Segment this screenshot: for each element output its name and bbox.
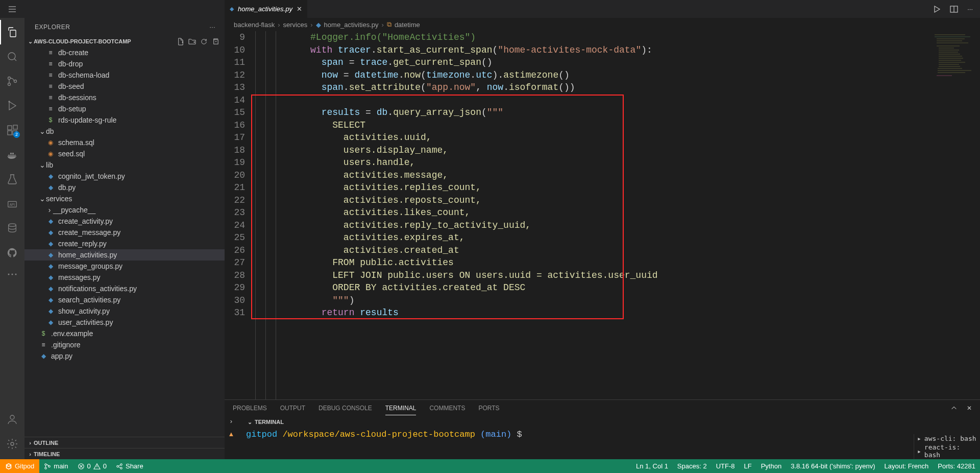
panel-tab-output[interactable]: OUTPUT bbox=[280, 405, 305, 412]
github-icon[interactable] bbox=[0, 241, 24, 265]
extensions-badge: 2 bbox=[13, 131, 20, 138]
panel-tab-ports[interactable]: PORTS bbox=[478, 405, 499, 412]
panel-tabs[interactable]: PROBLEMSOUTPUTDEBUG CONSOLETERMINALCOMME… bbox=[225, 400, 980, 416]
encoding[interactable]: UTF-8 bbox=[712, 462, 740, 470]
svg-text:API: API bbox=[10, 203, 15, 206]
eol[interactable]: LF bbox=[740, 462, 756, 470]
terminal-warning-icon[interactable]: ▲ bbox=[228, 430, 235, 438]
file-seed.sql[interactable]: ◉seed.sql bbox=[24, 148, 225, 159]
svg-point-23 bbox=[117, 465, 119, 467]
terminal-tasks[interactable]: ▸aws-cli: bash▸react-is: bash bbox=[914, 434, 980, 459]
terminal-chevron-icon[interactable]: › bbox=[230, 417, 232, 425]
explorer-sidebar: EXPLORER ··· ⌄ AWS-CLOUD-PROJECT-BOOTCAM… bbox=[24, 18, 225, 459]
source-control-icon[interactable] bbox=[0, 69, 24, 93]
gitpod-button[interactable]: Gitpod bbox=[0, 459, 39, 473]
ports[interactable]: Ports: 42281 bbox=[933, 462, 980, 470]
panel-tab-comments[interactable]: COMMENTS bbox=[429, 405, 465, 412]
extensions-icon[interactable]: 2 bbox=[0, 118, 24, 143]
file-show_activity.py[interactable]: ◆show_activity.py bbox=[24, 305, 225, 317]
file-.gitignore[interactable]: ≡.gitignore bbox=[24, 339, 225, 350]
file-schema.sql[interactable]: ◉schema.sql bbox=[24, 137, 225, 148]
split-editor-icon[interactable] bbox=[950, 5, 958, 13]
file-db-drop[interactable]: ≡db-drop bbox=[24, 58, 225, 69]
svg-point-21 bbox=[48, 465, 51, 467]
panel-tab-debug-console[interactable]: DEBUG CONSOLE bbox=[318, 405, 372, 412]
minimap[interactable] bbox=[932, 31, 980, 320]
file-lib[interactable]: ⌄ lib bbox=[24, 159, 225, 171]
share-button[interactable]: Share bbox=[111, 462, 148, 470]
more-icon[interactable] bbox=[0, 265, 24, 283]
explorer-more-icon[interactable]: ··· bbox=[209, 23, 215, 31]
api-icon[interactable]: API bbox=[0, 192, 24, 216]
task-entry[interactable]: ▸aws-cli: bash bbox=[914, 434, 980, 443]
terminal-header[interactable]: ⌄ TERMINAL bbox=[238, 416, 980, 428]
svg-rect-6 bbox=[8, 131, 12, 135]
panel-tab-terminal[interactable]: TERMINAL bbox=[385, 401, 416, 415]
svg-point-19 bbox=[45, 463, 47, 465]
file-notifications_activities.py[interactable]: ◆notifications_activities.py bbox=[24, 283, 225, 294]
file-db-setup[interactable]: ≡db-setup bbox=[24, 103, 225, 114]
file-message_groups.py[interactable]: ◆message_groups.py bbox=[24, 261, 225, 272]
refresh-icon[interactable] bbox=[200, 38, 208, 45]
breadcrumb[interactable]: backend-flask› services› ◆home_activitie… bbox=[225, 18, 980, 31]
explorer-header: EXPLORER ··· bbox=[24, 18, 225, 36]
explorer-icon[interactable] bbox=[0, 20, 24, 44]
task-entry[interactable]: ▸react-is: bash bbox=[914, 443, 980, 459]
file-db[interactable]: ⌄ db bbox=[24, 126, 225, 137]
file-user_activities.py[interactable]: ◆user_activities.py bbox=[24, 317, 225, 328]
settings-gear-icon[interactable] bbox=[0, 432, 24, 456]
project-section-header[interactable]: ⌄ AWS-CLOUD-PROJECT-BOOTCAMP bbox=[24, 36, 225, 47]
branch-indicator[interactable]: main bbox=[39, 462, 72, 470]
tab-home-activities[interactable]: ◆ home_activities.py ✕ bbox=[225, 0, 308, 18]
file-create_message.py[interactable]: ◆create_message.py bbox=[24, 227, 225, 238]
file-db-seed[interactable]: ≡db-seed bbox=[24, 81, 225, 92]
file-tree[interactable]: ≡db-create≡db-drop≡db-schema-load≡db-see… bbox=[24, 47, 225, 437]
docker-icon[interactable] bbox=[0, 143, 24, 167]
close-tab-icon[interactable]: ✕ bbox=[297, 5, 302, 13]
terminal-body[interactable]: gitpod /workspace/aws-cloud-project-boot… bbox=[238, 428, 980, 459]
python-interpreter[interactable]: 3.8.16 64-bit ('shims': pyenv) bbox=[786, 462, 879, 470]
file-db-create[interactable]: ≡db-create bbox=[24, 47, 225, 58]
file-db.py[interactable]: ◆db.py bbox=[24, 182, 225, 193]
file-rds-update-sg-rule[interactable]: $rds-update-sg-rule bbox=[24, 114, 225, 126]
file-app.py[interactable]: ◆app.py bbox=[24, 350, 225, 362]
search-icon[interactable] bbox=[0, 44, 24, 69]
hamburger-menu[interactable] bbox=[0, 0, 24, 18]
file-search_activities.py[interactable]: ◆search_activities.py bbox=[24, 294, 225, 305]
file-.env.example[interactable]: $.env.example bbox=[24, 328, 225, 339]
file-create_activity.py[interactable]: ◆create_activity.py bbox=[24, 216, 225, 227]
panel-close-icon[interactable]: ✕ bbox=[967, 405, 972, 412]
language-mode[interactable]: Python bbox=[756, 462, 786, 470]
file-create_reply.py[interactable]: ◆create_reply.py bbox=[24, 238, 225, 249]
panel-maximize-icon[interactable] bbox=[950, 405, 958, 412]
file-db-sessions[interactable]: ≡db-sessions bbox=[24, 92, 225, 103]
new-file-icon[interactable] bbox=[177, 38, 184, 45]
indentation[interactable]: Spaces: 2 bbox=[673, 462, 712, 470]
run-debug-icon[interactable] bbox=[0, 93, 24, 118]
editor-more-icon[interactable]: ··· bbox=[967, 5, 973, 13]
file-messages.py[interactable]: ◆messages.py bbox=[24, 272, 225, 283]
file-home_activities.py[interactable]: ◆home_activities.py bbox=[24, 249, 225, 261]
cursor-position[interactable]: Ln 1, Col 1 bbox=[631, 462, 673, 470]
timeline-section[interactable]: ›TIMELINE bbox=[24, 448, 225, 459]
run-icon[interactable] bbox=[933, 5, 941, 13]
testing-icon[interactable] bbox=[0, 167, 24, 192]
keyboard-layout[interactable]: Layout: French bbox=[880, 462, 934, 470]
new-folder-icon[interactable] bbox=[188, 38, 196, 45]
collapse-all-icon[interactable] bbox=[212, 38, 219, 45]
database-icon[interactable] bbox=[0, 216, 24, 241]
outline-section[interactable]: ›OUTLINE bbox=[24, 437, 225, 448]
file-cognito_jwt_token.py[interactable]: ◆cognito_jwt_token.py bbox=[24, 171, 225, 182]
panel-tab-problems[interactable]: PROBLEMS bbox=[233, 405, 267, 412]
file-__pycache__[interactable]: › __pycache__ bbox=[24, 204, 225, 216]
file-db-schema-load[interactable]: ≡db-schema-load bbox=[24, 69, 225, 81]
problems-indicator[interactable]: 0 0 bbox=[73, 462, 111, 470]
svg-point-4 bbox=[9, 101, 10, 102]
svg-point-0 bbox=[8, 53, 15, 60]
file-services[interactable]: ⌄ services bbox=[24, 193, 225, 204]
svg-point-25 bbox=[120, 467, 122, 469]
svg-rect-5 bbox=[8, 126, 12, 130]
code-editor[interactable]: 9101112131415161718192021222324252627282… bbox=[225, 31, 980, 399]
account-icon[interactable] bbox=[0, 407, 24, 432]
svg-point-11 bbox=[9, 224, 16, 227]
